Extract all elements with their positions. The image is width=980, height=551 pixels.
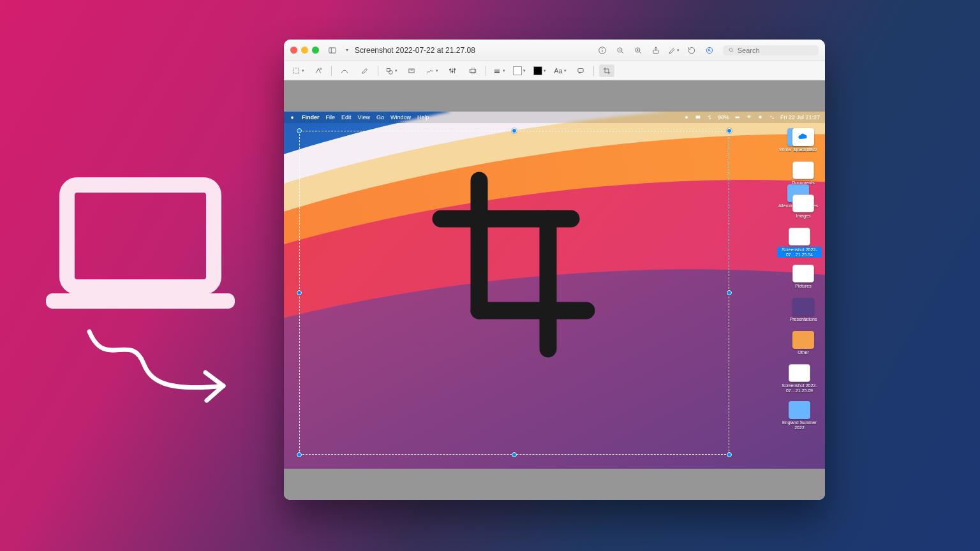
zoom-in-button[interactable] [631, 43, 645, 57]
svg-rect-37 [696, 116, 701, 119]
adjust-color-button[interactable] [445, 64, 460, 77]
menubar-clock: Fri 22 Jul 21:27 [780, 114, 820, 121]
inner-macos-menubar: Finder File Edit View Go Window Help 98%… [284, 112, 825, 123]
crop-handle-br[interactable] [727, 452, 732, 457]
inner-menu-item: Window [390, 114, 411, 121]
battery-icon [734, 114, 741, 121]
svg-rect-35 [578, 68, 583, 72]
desktop-icon-selected: Screenshot 2022-07…21.25.54 [776, 228, 822, 258]
svg-point-16 [729, 48, 732, 52]
desktop-icon: Pictures [784, 265, 822, 289]
svg-rect-2 [329, 47, 336, 52]
desktop-icon: Documents [784, 161, 822, 186]
svg-line-11 [639, 52, 641, 53]
minimize-window-button[interactable] [301, 47, 308, 54]
inner-menu-item: File [326, 114, 336, 121]
svg-point-19 [320, 68, 321, 69]
inner-app-name: Finder [302, 114, 320, 121]
text-button[interactable] [404, 64, 419, 77]
zoom-out-button[interactable] [613, 43, 627, 57]
battery-percent: 98% [718, 114, 729, 121]
preview-window: ▾ Screenshot 2022-07-22 at 21.27.08 ▾ ▾ … [284, 40, 825, 500]
svg-rect-1 [46, 293, 235, 309]
svg-line-41 [761, 118, 762, 119]
svg-point-36 [685, 116, 688, 119]
svg-rect-38 [736, 117, 739, 119]
fullscreen-window-button[interactable] [312, 47, 319, 54]
sign-button[interactable]: ▾ [424, 64, 440, 77]
selection-tool-button[interactable]: ▾ [290, 64, 306, 77]
svg-point-28 [452, 71, 453, 72]
info-button[interactable] [595, 43, 609, 57]
shapes-button[interactable]: ▾ [383, 64, 399, 77]
close-window-button[interactable] [290, 47, 297, 54]
svg-rect-42 [770, 116, 772, 117]
desktop-icon: OneDrive [784, 128, 822, 152]
spotlight-icon [757, 114, 764, 121]
image-canvas[interactable]: Finder File Edit View Go Window Help 98%… [284, 112, 825, 469]
annotate-button[interactable] [573, 64, 588, 77]
search-input[interactable] [738, 47, 813, 54]
window-title: Screenshot 2022-07-22 at 21.27.08 [355, 46, 475, 55]
svg-point-29 [454, 68, 455, 70]
sketch-button[interactable] [337, 64, 352, 77]
markup-toggle-button[interactable] [702, 43, 716, 57]
desktop-icon: England Summer 2022 [776, 401, 822, 430]
crop-handle-mr[interactable] [727, 290, 732, 295]
canvas-background: Finder File Edit View Go Window Help 98%… [284, 80, 825, 500]
desktop-icons-column: Winter Sports 2022 OneDrive Aileron work… [775, 128, 821, 208]
svg-rect-22 [409, 69, 414, 73]
border-color-button[interactable]: ▾ [512, 64, 527, 77]
svg-line-8 [621, 52, 623, 53]
svg-point-27 [449, 69, 450, 70]
desktop-icon: Other [784, 331, 822, 355]
svg-rect-31 [471, 68, 475, 73]
instant-alpha-button[interactable] [311, 64, 326, 77]
bluetooth-icon [706, 114, 713, 121]
svg-rect-43 [772, 117, 774, 119]
decorative-laptop-art [6, 172, 262, 427]
text-style-button[interactable]: Aa▾ [553, 64, 568, 77]
text-style-label: Aa [554, 67, 562, 75]
svg-line-17 [732, 51, 734, 52]
crop-handle-tr[interactable] [727, 128, 732, 133]
search-field[interactable] [723, 45, 819, 55]
highlight-button[interactable]: ▾ [667, 43, 681, 57]
window-titlebar: ▾ Screenshot 2022-07-22 at 21.27.08 ▾ [284, 40, 825, 61]
svg-rect-18 [293, 68, 299, 73]
draw-button[interactable] [357, 64, 373, 77]
inner-menu-item: Go [376, 114, 384, 121]
window-traffic-lights [290, 47, 319, 54]
svg-rect-39 [739, 117, 740, 118]
wifi-icon [746, 114, 752, 121]
apple-logo-icon [289, 114, 295, 121]
share-button[interactable] [649, 43, 663, 57]
desktop-icon: Presentations [784, 298, 822, 322]
svg-point-40 [759, 116, 761, 119]
markup-toolbar: ▾ ▾ ▾ ▾ ▾ ▾ Aa▾ [284, 61, 825, 80]
svg-point-6 [602, 48, 603, 49]
crop-handle-tl[interactable] [297, 128, 302, 133]
sidebar-toggle-button[interactable] [325, 43, 339, 57]
adjust-size-button[interactable] [465, 64, 480, 77]
inner-menu-item: View [358, 114, 370, 121]
svg-rect-0 [67, 185, 214, 287]
desktop-icon: Screenshot 2022-07…21.25.09 [776, 364, 822, 393]
inner-menu-item: Edit [341, 114, 352, 121]
svg-point-21 [389, 70, 392, 74]
rotate-button[interactable] [685, 43, 699, 57]
crop-handle-bl[interactable] [297, 452, 302, 457]
crop-handle-bc[interactable] [512, 452, 517, 457]
desktop-icon: Images [784, 195, 822, 219]
display-icon [695, 114, 701, 121]
fill-color-button[interactable]: ▾ [532, 64, 547, 77]
line-style-button[interactable]: ▾ [491, 64, 507, 77]
record-icon [683, 114, 690, 121]
crop-handle-tc[interactable] [512, 128, 517, 133]
control-center-icon [769, 114, 775, 121]
crop-tool-button[interactable] [599, 64, 614, 77]
inner-menu-item: Help [417, 114, 429, 121]
crop-handle-ml[interactable] [297, 290, 302, 295]
chevron-down-icon: ▾ [346, 47, 348, 53]
crop-icon-overlay [418, 169, 609, 360]
